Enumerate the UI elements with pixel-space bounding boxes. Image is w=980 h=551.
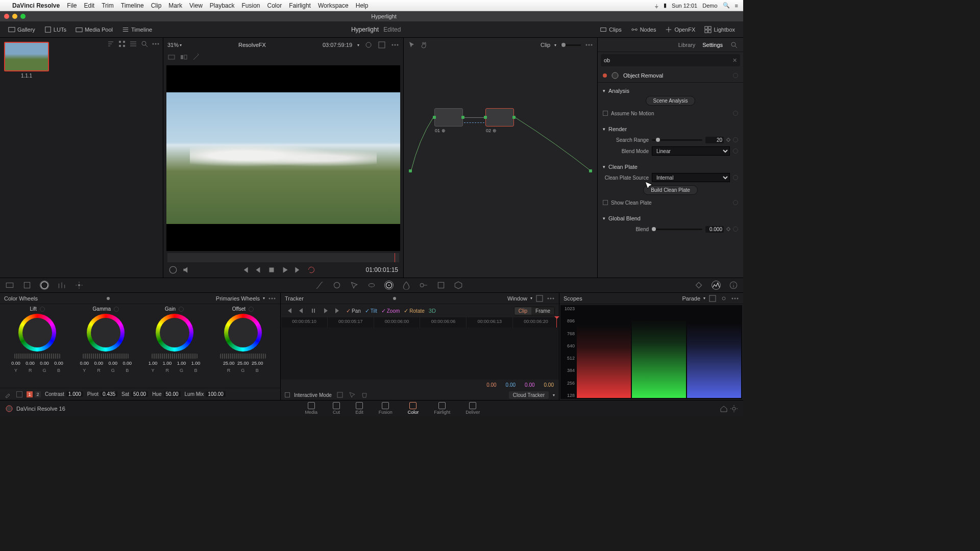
- reset-icon[interactable]: [733, 200, 738, 205]
- pan-checkbox[interactable]: Pan: [352, 308, 361, 314]
- scopes-icon[interactable]: [712, 281, 721, 290]
- tilt-checkbox[interactable]: Tilt: [371, 308, 377, 314]
- node-scope[interactable]: Clip: [541, 42, 550, 48]
- menu-timeline[interactable]: Timeline: [121, 2, 144, 9]
- status-battery-icon[interactable]: ▮: [664, 2, 667, 9]
- menu-playback[interactable]: Playback: [210, 2, 235, 9]
- tracker-type[interactable]: Cloud Tracker: [509, 391, 549, 399]
- menu-color[interactable]: Color: [267, 2, 282, 9]
- expand-icon[interactable]: [535, 294, 544, 303]
- page-edit[interactable]: Edit: [355, 402, 363, 415]
- reset-icon[interactable]: [733, 137, 738, 142]
- clean-plate-source-select[interactable]: Internal: [652, 173, 730, 182]
- timeline-button[interactable]: Timeline: [119, 25, 155, 34]
- add-point-icon[interactable]: [336, 391, 344, 399]
- reset-icon[interactable]: [733, 148, 738, 154]
- section-analysis[interactable]: Analysis: [608, 88, 629, 94]
- page-color[interactable]: Color: [408, 402, 419, 415]
- section-clean-plate[interactable]: Clean Plate: [608, 164, 638, 170]
- gamma-wheel[interactable]: Gamma 0.000.000.000.00 YRGB: [75, 306, 136, 388]
- 3d-toggle[interactable]: 3D: [429, 308, 436, 314]
- status-user[interactable]: Demo: [702, 3, 717, 9]
- tracker-mode[interactable]: Window: [507, 295, 527, 302]
- sat-value[interactable]: 50.00: [131, 391, 148, 397]
- rgb-mixer-icon[interactable]: [57, 281, 66, 290]
- delete-point-icon[interactable]: [360, 391, 369, 399]
- qualifier-icon[interactable]: [350, 281, 359, 290]
- key-icon[interactable]: [419, 281, 428, 290]
- search-range-value[interactable]: 20: [705, 137, 724, 143]
- graph-input-port[interactable]: [409, 169, 412, 172]
- page-deliver[interactable]: Deliver: [465, 402, 480, 415]
- tab-library[interactable]: Library: [678, 42, 696, 48]
- reset-icon[interactable]: [733, 175, 738, 180]
- audio-icon[interactable]: [182, 265, 191, 274]
- status-menu-icon[interactable]: ≡: [735, 3, 738, 9]
- reset-icon[interactable]: [733, 111, 738, 116]
- more-icon[interactable]: [152, 40, 160, 48]
- viewer-canvas[interactable]: [166, 65, 400, 251]
- track-rev-all-icon[interactable]: [285, 307, 293, 315]
- menu-mark[interactable]: Mark: [168, 2, 182, 9]
- page-media[interactable]: Media: [305, 402, 318, 415]
- curves-icon[interactable]: [315, 281, 324, 290]
- offset-wheel[interactable]: Offset 25.0025.0025.00 RGB: [212, 306, 274, 388]
- nodes-button[interactable]: Nodes: [628, 25, 659, 34]
- menu-clip[interactable]: Clip: [151, 2, 162, 9]
- splitscreen-icon[interactable]: [180, 53, 188, 61]
- viewer-more-icon[interactable]: [391, 41, 399, 49]
- graph-output-port[interactable]: [589, 169, 592, 172]
- camera-raw-icon[interactable]: [5, 281, 14, 290]
- viewer-zoom[interactable]: 31%▾: [167, 42, 182, 48]
- hand-icon[interactable]: [420, 41, 428, 49]
- reset-icon[interactable]: [733, 227, 738, 232]
- 3d-icon[interactable]: [454, 281, 463, 290]
- wheels-icon[interactable]: [40, 281, 49, 290]
- still-thumbnail[interactable]: 1.1.1: [4, 42, 49, 71]
- page-1[interactable]: 1: [27, 391, 33, 397]
- playhead-icon[interactable]: [556, 317, 557, 328]
- menu-fairlight[interactable]: Fairlight: [289, 2, 311, 9]
- scopes-settings-icon[interactable]: [720, 294, 728, 303]
- search-icon[interactable]: [140, 40, 149, 48]
- scene-analysis-button[interactable]: Scene Analysis: [646, 96, 696, 106]
- reset-icon[interactable]: [179, 307, 184, 312]
- page-fairlight[interactable]: Fairlight: [434, 402, 450, 415]
- list-icon[interactable]: [129, 40, 137, 48]
- section-global-blend[interactable]: Global Blend: [608, 215, 641, 221]
- loop-icon[interactable]: [307, 265, 316, 274]
- node-editor[interactable]: Clip▾ 01⊕ 02⊛: [403, 38, 597, 278]
- info-icon[interactable]: [729, 281, 738, 290]
- wheels-mode[interactable]: Primaries Wheels: [216, 295, 260, 302]
- set-point-icon[interactable]: [348, 391, 356, 399]
- inspector-search-input[interactable]: [604, 57, 729, 63]
- assume-no-motion-checkbox[interactable]: [603, 111, 608, 116]
- last-frame-icon[interactable]: [293, 265, 303, 274]
- bypass-icon[interactable]: [364, 41, 373, 49]
- project-settings-icon[interactable]: [730, 405, 738, 413]
- mediapool-button[interactable]: Media Pool: [72, 25, 116, 34]
- picker-icon[interactable]: [4, 390, 12, 398]
- page-2[interactable]: 2: [35, 391, 41, 397]
- zoom-checkbox[interactable]: Zoom: [387, 308, 400, 314]
- play-icon[interactable]: [280, 265, 289, 274]
- pointer-icon[interactable]: [408, 41, 416, 49]
- mode-frame[interactable]: Frame: [531, 307, 554, 315]
- contrast-value[interactable]: 1.000: [66, 391, 83, 397]
- reset-icon[interactable]: [114, 307, 119, 312]
- menu-file[interactable]: File: [67, 2, 77, 9]
- menu-help[interactable]: Help: [356, 2, 369, 9]
- status-search-icon[interactable]: 🔍: [723, 2, 730, 9]
- gain-wheel[interactable]: Gain 1.001.001.001.00 YRGB: [144, 306, 205, 388]
- scopes-expand-icon[interactable]: [708, 294, 717, 303]
- fullscreen-icon[interactable]: [378, 41, 386, 49]
- window-icon[interactable]: [367, 281, 376, 290]
- unmute-icon[interactable]: [168, 265, 178, 274]
- status-wifi-icon[interactable]: ⏚: [655, 3, 658, 9]
- blend-mode-select[interactable]: Linear: [652, 146, 730, 156]
- track-rev-icon[interactable]: [297, 307, 305, 315]
- track-stop-icon[interactable]: [309, 307, 317, 315]
- lift-wheel[interactable]: Lift 0.000.000.000.00 YRGB: [7, 306, 68, 388]
- wand-icon[interactable]: [192, 53, 200, 61]
- menu-view[interactable]: View: [189, 2, 203, 9]
